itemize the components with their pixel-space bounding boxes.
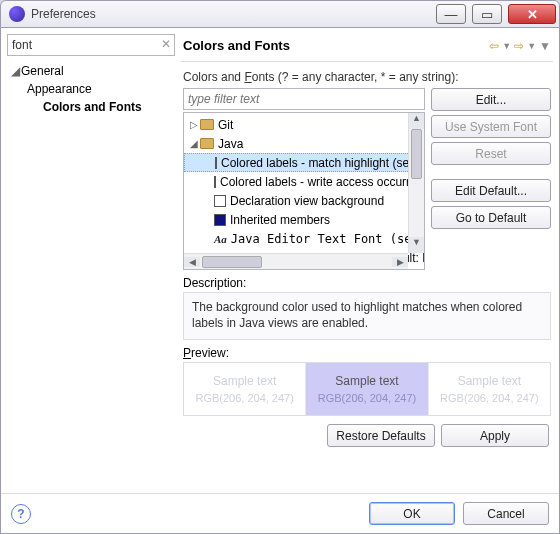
filter-hint: Colors and Fonts (? = any character, * =… [183, 70, 551, 84]
close-button[interactable]: ✕ [508, 4, 556, 24]
font-icon: Aa [214, 233, 227, 245]
color-swatch-icon [214, 195, 226, 207]
edit-button[interactable]: Edit... [431, 88, 551, 111]
ok-button[interactable]: OK [369, 502, 455, 525]
folder-icon [200, 119, 214, 130]
forward-icon[interactable]: ⇨ [514, 39, 524, 53]
preview-label: Preview: [183, 346, 551, 360]
scroll-up-icon[interactable]: ▲ [409, 113, 424, 129]
maximize-button[interactable]: ▭ [472, 4, 502, 24]
minimize-button[interactable]: — [436, 4, 466, 24]
nav-node-colors-fonts[interactable]: Colors and Fonts [7, 98, 175, 116]
window-title: Preferences [31, 7, 96, 21]
go-to-default-button[interactable]: Go to Default [431, 206, 551, 229]
clear-filter-icon[interactable]: ✕ [161, 37, 171, 51]
colors-fonts-tree[interactable]: ▷Git ◢Java Colored labels - match highli… [183, 112, 425, 270]
description-text: The background color used to highlight m… [183, 292, 551, 340]
scroll-left-icon[interactable]: ◀ [184, 257, 200, 267]
panel-title: Colors and Fonts [183, 38, 290, 53]
forward-menu-icon[interactable]: ▼ [527, 41, 536, 51]
hscroll-thumb[interactable] [202, 256, 262, 268]
tree-category-git[interactable]: ▷Git [184, 115, 424, 134]
item-write-access[interactable]: Colored labels - write access occurrence [184, 172, 424, 191]
apply-button[interactable]: Apply [441, 424, 549, 447]
scroll-thumb[interactable] [411, 129, 422, 179]
help-icon[interactable]: ? [11, 504, 31, 524]
horizontal-scrollbar[interactable]: ◀ ▶ [184, 253, 408, 269]
filter-input[interactable] [7, 34, 175, 56]
preview-box: Sample textRGB(206, 204, 247) Sample tex… [183, 362, 551, 416]
item-inherited[interactable]: Inherited members [184, 210, 424, 229]
folder-icon [200, 138, 214, 149]
scroll-down-icon[interactable]: ▼ [409, 237, 424, 253]
app-icon [9, 6, 25, 22]
preview-cell: Sample textRGB(206, 204, 247) [184, 363, 305, 415]
back-menu-icon[interactable]: ▼ [502, 41, 511, 51]
nav-column: ✕ ◢General Appearance Colors and Fonts [7, 34, 175, 493]
preview-cell-active: Sample textRGB(206, 204, 247) [305, 363, 427, 415]
panel-header: Colors and Fonts ⇦ ▼ ⇨ ▼ ▼ [181, 34, 553, 62]
item-declaration-bg[interactable]: Declaration view background [184, 191, 424, 210]
tree-category-java[interactable]: ◢Java [184, 134, 424, 153]
nav-node-general[interactable]: ◢General [7, 62, 175, 80]
title-bar: Preferences — ▭ ✕ [0, 0, 560, 28]
use-system-font-button[interactable]: Use System Font [431, 115, 551, 138]
restore-defaults-button[interactable]: Restore Defaults [327, 424, 435, 447]
reset-button[interactable]: Reset [431, 142, 551, 165]
nav-node-appearance[interactable]: Appearance [7, 80, 175, 98]
preview-cell: Sample textRGB(206, 204, 247) [428, 363, 550, 415]
color-swatch-icon [214, 176, 216, 188]
tree-filter-input[interactable] [183, 88, 425, 110]
color-swatch-icon [214, 214, 226, 226]
edit-default-button[interactable]: Edit Default... [431, 179, 551, 202]
scroll-right-icon[interactable]: ▶ [392, 257, 408, 267]
page-menu-icon[interactable]: ▼ [539, 39, 551, 53]
item-match-highlight[interactable]: Colored labels - match highlight (set to… [184, 153, 424, 172]
nav-tree[interactable]: ◢General Appearance Colors and Fonts [7, 62, 175, 116]
color-swatch-icon [215, 157, 217, 169]
description-label: Description: [183, 276, 551, 290]
vertical-scrollbar[interactable]: ▲ ▼ [408, 113, 424, 253]
back-icon[interactable]: ⇦ [489, 39, 499, 53]
cancel-button[interactable]: Cancel [463, 502, 549, 525]
item-editor-font[interactable]: AaJava Editor Text Font (set to defa [184, 229, 424, 248]
